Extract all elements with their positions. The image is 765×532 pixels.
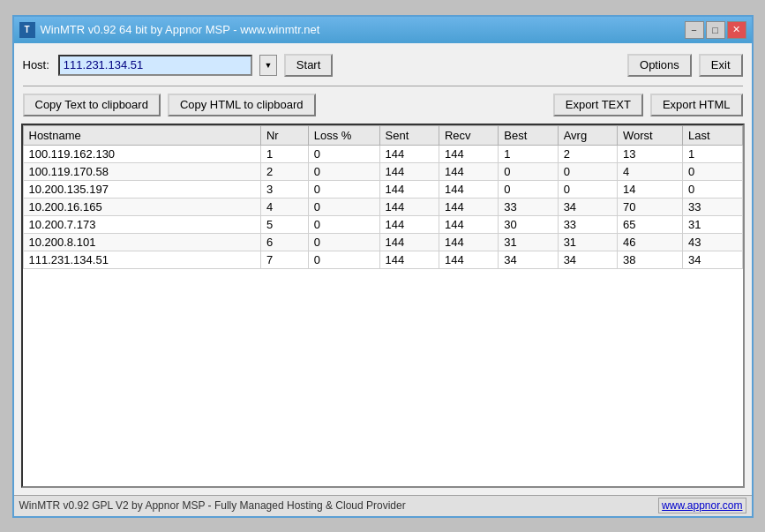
cell-nr: 6 — [260, 233, 308, 251]
cell-last: 0 — [683, 180, 742, 198]
cell-recv: 144 — [439, 233, 498, 251]
cell-avrg: 33 — [558, 215, 617, 233]
cell-sent: 144 — [379, 198, 439, 215]
cell-nr: 1 — [260, 145, 308, 162]
cell-best: 1 — [499, 145, 558, 162]
status-text: WinMTR v0.92 GPL V2 by Appnor MSP - Full… — [19, 499, 406, 512]
cell-loss: 0 — [308, 233, 379, 251]
host-label: Host: — [23, 58, 49, 71]
cell-last: 43 — [683, 233, 742, 251]
close-button[interactable]: ✕ — [727, 21, 746, 39]
cell-sent: 144 — [379, 162, 439, 180]
cell-loss: 0 — [308, 198, 379, 215]
cell-hostname: 111.231.134.51 — [23, 251, 260, 268]
cell-recv: 144 — [439, 198, 498, 215]
title-bar-left: T WinMTR v0.92 64 bit by Appnor MSP - ww… — [19, 22, 320, 38]
cell-avrg: 2 — [558, 145, 617, 162]
cell-hostname: 10.200.8.101 — [23, 233, 260, 251]
cell-last: 31 — [683, 215, 742, 233]
host-toolbar-row: Host: ▼ Start Options Exit — [21, 50, 745, 80]
col-header-loss: Loss % — [308, 125, 379, 145]
table-row: 111.231.134.517014414434343834 — [23, 251, 742, 268]
table-row: 10.200.16.1654014414433347033 — [23, 198, 742, 215]
cell-worst: 4 — [617, 162, 682, 180]
cell-nr: 2 — [260, 162, 308, 180]
col-header-recv: Recv — [439, 125, 498, 145]
cell-recv: 144 — [439, 215, 498, 233]
cell-worst: 65 — [617, 215, 682, 233]
cell-worst: 13 — [617, 145, 682, 162]
app-icon: T — [19, 22, 35, 38]
divider1 — [23, 86, 743, 86]
cell-recv: 144 — [439, 162, 498, 180]
col-header-best: Best — [499, 125, 558, 145]
cell-sent: 144 — [379, 233, 439, 251]
table-row: 10.200.8.1016014414431314643 — [23, 233, 742, 251]
table-row: 10.200.135.1973014414400140 — [23, 180, 742, 198]
cell-avrg: 34 — [558, 251, 617, 268]
col-header-last: Last — [683, 125, 742, 145]
start-button[interactable]: Start — [284, 54, 333, 77]
main-window: T WinMTR v0.92 64 bit by Appnor MSP - ww… — [12, 15, 754, 518]
cell-best: 34 — [499, 251, 558, 268]
cell-hostname: 100.119.162.130 — [23, 145, 260, 162]
minimize-button[interactable]: − — [685, 21, 704, 39]
status-link[interactable]: www.appnor.com — [658, 498, 746, 513]
cell-sent: 144 — [379, 180, 439, 198]
table-header-row: Hostname Nr Loss % Sent Recv Best Avrg W… — [23, 125, 742, 145]
cell-last: 33 — [683, 198, 742, 215]
col-header-avrg: Avrg — [558, 125, 617, 145]
export-html-button[interactable]: Export HTML — [650, 94, 743, 116]
results-table: Hostname Nr Loss % Sent Recv Best Avrg W… — [23, 125, 743, 269]
results-table-container: Hostname Nr Loss % Sent Recv Best Avrg W… — [21, 124, 745, 488]
actions-row: Copy Text to clipboard Copy HTML to clip… — [21, 92, 745, 118]
cell-avrg: 31 — [558, 233, 617, 251]
cell-last: 34 — [683, 251, 742, 268]
col-header-worst: Worst — [617, 125, 682, 145]
cell-sent: 144 — [379, 251, 439, 268]
cell-nr: 7 — [260, 251, 308, 268]
cell-worst: 14 — [617, 180, 682, 198]
cell-loss: 0 — [308, 162, 379, 180]
cell-avrg: 0 — [558, 180, 617, 198]
status-bar: WinMTR v0.92 GPL V2 by Appnor MSP - Full… — [14, 495, 752, 516]
cell-sent: 144 — [379, 215, 439, 233]
copy-html-button[interactable]: Copy HTML to clipboard — [168, 94, 316, 116]
options-button[interactable]: Options — [627, 54, 692, 77]
cell-hostname: 10.200.16.165 — [23, 198, 260, 215]
cell-best: 30 — [499, 215, 558, 233]
cell-last: 0 — [683, 162, 742, 180]
cell-last: 1 — [683, 145, 742, 162]
cell-recv: 144 — [439, 180, 498, 198]
cell-nr: 3 — [260, 180, 308, 198]
cell-recv: 144 — [439, 145, 498, 162]
cell-worst: 46 — [617, 233, 682, 251]
cell-avrg: 34 — [558, 198, 617, 215]
col-header-nr: Nr — [260, 125, 308, 145]
cell-best: 33 — [499, 198, 558, 215]
cell-sent: 144 — [379, 145, 439, 162]
maximize-button[interactable]: □ — [706, 21, 725, 39]
col-header-sent: Sent — [379, 125, 439, 145]
export-text-button[interactable]: Export TEXT — [553, 94, 643, 116]
cell-best: 0 — [499, 180, 558, 198]
copy-text-button[interactable]: Copy Text to clipboard — [23, 94, 161, 116]
exit-button[interactable]: Exit — [699, 54, 743, 77]
cell-loss: 0 — [308, 251, 379, 268]
cell-loss: 0 — [308, 145, 379, 162]
cell-hostname: 10.200.7.173 — [23, 215, 260, 233]
host-dropdown-button[interactable]: ▼ — [259, 55, 277, 76]
cell-nr: 4 — [260, 198, 308, 215]
table-row: 100.119.162.1301014414412131 — [23, 145, 742, 162]
cell-loss: 0 — [308, 180, 379, 198]
cell-worst: 38 — [617, 251, 682, 268]
table-row: 10.200.7.1735014414430336531 — [23, 215, 742, 233]
cell-best: 31 — [499, 233, 558, 251]
title-controls: − □ ✕ — [685, 21, 746, 39]
host-input[interactable] — [58, 55, 252, 76]
cell-worst: 70 — [617, 198, 682, 215]
col-header-hostname: Hostname — [23, 125, 260, 145]
cell-hostname: 10.200.135.197 — [23, 180, 260, 198]
cell-loss: 0 — [308, 215, 379, 233]
content-area: Host: ▼ Start Options Exit Copy Text to … — [14, 43, 752, 495]
